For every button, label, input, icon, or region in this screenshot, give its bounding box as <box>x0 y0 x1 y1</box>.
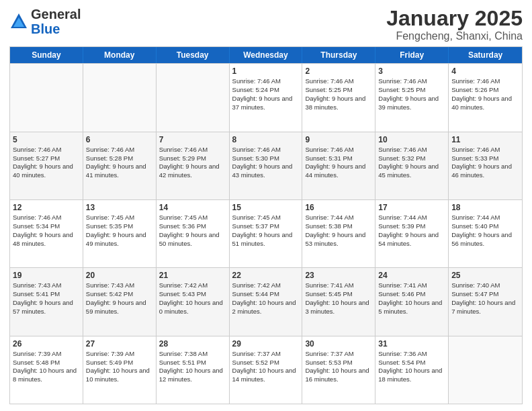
day-info: Sunset: 5:35 PM <box>86 222 133 230</box>
month-title: January 2025 <box>386 7 523 30</box>
day-number: 25 <box>451 270 519 281</box>
day-number: 17 <box>378 202 445 213</box>
day-info: Daylight: 9 hours and 57 minutes. <box>13 299 73 315</box>
location: Fengcheng, Shanxi, China <box>386 30 523 42</box>
day-info: Sunrise: 7:43 AM <box>13 281 61 289</box>
day-info: Sunrise: 7:46 AM <box>232 77 281 85</box>
day-info: Sunrise: 7:45 AM <box>86 214 134 221</box>
day-number: 13 <box>86 202 153 213</box>
day-info: Sunset: 5:33 PM <box>451 154 498 162</box>
day-info: Sunset: 5:51 PM <box>159 359 206 366</box>
day-info: Sunrise: 7:41 AM <box>305 281 353 289</box>
calendar-cell: 13Sunrise: 7:45 AMSunset: 5:35 PMDayligh… <box>83 200 157 267</box>
day-info: Sunset: 5:36 PM <box>159 222 206 230</box>
day-info: Daylight: 9 hours and 44 minutes. <box>305 163 365 179</box>
logo-icon <box>9 12 28 31</box>
calendar-cell: 15Sunrise: 7:45 AMSunset: 5:37 PMDayligh… <box>230 200 303 267</box>
day-info: Daylight: 10 hours and 18 minutes. <box>378 367 442 383</box>
day-info: Sunset: 5:32 PM <box>378 154 425 162</box>
day-number: 9 <box>305 134 372 145</box>
day-info: Daylight: 9 hours and 54 minutes. <box>378 231 439 247</box>
calendar-cell: 4Sunrise: 7:46 AMSunset: 5:26 PMDaylight… <box>449 64 522 131</box>
day-info: Daylight: 10 hours and 8 minutes. <box>13 367 77 383</box>
day-info: Sunrise: 7:39 AM <box>13 350 61 357</box>
calendar-cell: 26Sunrise: 7:39 AMSunset: 5:48 PMDayligh… <box>10 336 83 404</box>
day-info: Sunset: 5:29 PM <box>159 154 206 162</box>
day-number: 4 <box>451 66 519 77</box>
calendar-cell: 10Sunrise: 7:46 AMSunset: 5:32 PMDayligh… <box>375 132 449 199</box>
day-info: Sunrise: 7:40 AM <box>451 281 500 289</box>
title-section: January 2025 Fengcheng, Shanxi, China <box>386 7 523 42</box>
day-info: Sunrise: 7:46 AM <box>159 146 208 153</box>
logo: General Blue <box>9 7 81 36</box>
day-info: Daylight: 10 hours and 14 minutes. <box>232 367 296 383</box>
day-info: Daylight: 9 hours and 53 minutes. <box>305 231 365 247</box>
day-number: 29 <box>232 338 300 349</box>
calendar-cell: 27Sunrise: 7:39 AMSunset: 5:49 PMDayligh… <box>83 336 157 404</box>
day-info: Sunrise: 7:46 AM <box>13 214 61 221</box>
day-info: Daylight: 10 hours and 10 minutes. <box>86 367 150 383</box>
calendar-cell: 30Sunrise: 7:37 AMSunset: 5:53 PMDayligh… <box>302 336 375 404</box>
day-number: 2 <box>305 66 372 77</box>
day-info: Sunrise: 7:46 AM <box>451 77 500 85</box>
day-info: Sunrise: 7:36 AM <box>378 350 427 357</box>
calendar-cell-empty <box>10 64 83 131</box>
day-info: Sunset: 5:25 PM <box>378 86 425 93</box>
calendar-row: 1Sunrise: 7:46 AMSunset: 5:24 PMDaylight… <box>10 63 522 131</box>
calendar-cell: 6Sunrise: 7:46 AMSunset: 5:28 PMDaylight… <box>83 132 157 199</box>
day-info: Daylight: 9 hours and 40 minutes. <box>451 95 512 111</box>
day-info: Sunset: 5:54 PM <box>378 359 425 366</box>
day-info: Sunset: 5:46 PM <box>378 290 425 298</box>
day-info: Sunset: 5:25 PM <box>305 86 352 93</box>
day-info: Sunrise: 7:39 AM <box>86 350 134 357</box>
calendar-cell: 2Sunrise: 7:46 AMSunset: 5:25 PMDaylight… <box>302 64 375 131</box>
day-info: Daylight: 9 hours and 51 minutes. <box>232 231 293 247</box>
calendar-row: 12Sunrise: 7:46 AMSunset: 5:34 PMDayligh… <box>10 199 522 267</box>
calendar-cell: 31Sunrise: 7:36 AMSunset: 5:54 PMDayligh… <box>375 336 449 404</box>
calendar-header-cell: Tuesday <box>157 47 230 63</box>
calendar-cell: 17Sunrise: 7:44 AMSunset: 5:39 PMDayligh… <box>375 200 449 267</box>
day-info: Sunset: 5:42 PM <box>86 290 133 298</box>
day-number: 23 <box>305 270 372 281</box>
day-info: Sunset: 5:52 PM <box>232 359 279 366</box>
day-number: 10 <box>378 134 445 145</box>
calendar-header-cell: Sunday <box>10 47 83 63</box>
calendar-row: 19Sunrise: 7:43 AMSunset: 5:41 PMDayligh… <box>10 267 522 335</box>
day-number: 21 <box>159 270 226 281</box>
day-info: Sunrise: 7:46 AM <box>451 146 500 153</box>
calendar-cell: 11Sunrise: 7:46 AMSunset: 5:33 PMDayligh… <box>449 132 522 199</box>
calendar-header-cell: Friday <box>375 47 449 63</box>
day-info: Sunrise: 7:45 AM <box>159 214 208 221</box>
day-number: 22 <box>232 270 300 281</box>
calendar-cell: 16Sunrise: 7:44 AMSunset: 5:38 PMDayligh… <box>302 200 375 267</box>
day-info: Daylight: 10 hours and 5 minutes. <box>378 299 442 315</box>
day-info: Sunset: 5:41 PM <box>13 290 60 298</box>
day-info: Sunrise: 7:46 AM <box>378 146 427 153</box>
day-info: Sunrise: 7:45 AM <box>232 214 281 221</box>
day-info: Daylight: 9 hours and 40 minutes. <box>13 163 73 179</box>
day-info: Sunrise: 7:46 AM <box>86 146 134 153</box>
calendar-cell: 25Sunrise: 7:40 AMSunset: 5:47 PMDayligh… <box>449 268 522 335</box>
day-info: Sunrise: 7:46 AM <box>305 146 353 153</box>
day-number: 30 <box>305 338 372 349</box>
day-info: Daylight: 9 hours and 43 minutes. <box>232 163 293 179</box>
calendar-cell: 29Sunrise: 7:37 AMSunset: 5:52 PMDayligh… <box>230 336 303 404</box>
day-number: 24 <box>378 270 445 281</box>
day-number: 8 <box>232 134 300 145</box>
day-info: Sunrise: 7:38 AM <box>159 350 208 357</box>
day-number: 16 <box>305 202 372 213</box>
day-info: Daylight: 9 hours and 41 minutes. <box>86 163 146 179</box>
day-info: Sunset: 5:31 PM <box>305 154 352 162</box>
day-info: Sunset: 5:40 PM <box>451 222 498 230</box>
day-info: Daylight: 9 hours and 39 minutes. <box>378 95 439 111</box>
day-number: 3 <box>378 66 445 77</box>
day-number: 14 <box>159 202 226 213</box>
day-info: Sunrise: 7:44 AM <box>451 214 500 221</box>
day-number: 26 <box>13 338 80 349</box>
day-number: 18 <box>451 202 519 213</box>
day-info: Sunset: 5:26 PM <box>451 86 498 93</box>
day-number: 20 <box>86 270 153 281</box>
calendar-body: 1Sunrise: 7:46 AMSunset: 5:24 PMDaylight… <box>10 63 522 404</box>
logo-text: General Blue <box>31 7 81 36</box>
calendar-cell: 22Sunrise: 7:42 AMSunset: 5:44 PMDayligh… <box>230 268 303 335</box>
